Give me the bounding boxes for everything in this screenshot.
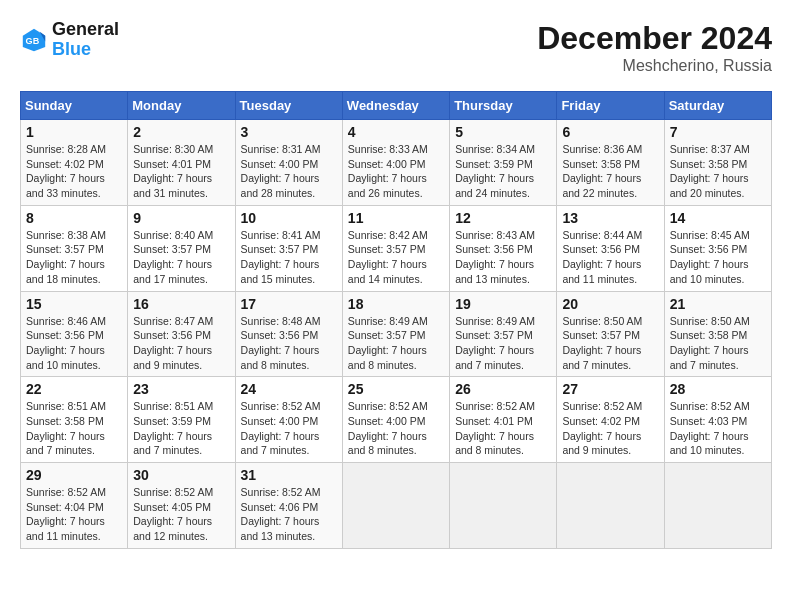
day-number: 24 [241,381,337,397]
day-number: 31 [241,467,337,483]
day-info: Sunrise: 8:49 AMSunset: 3:57 PMDaylight:… [348,315,428,371]
day-info: Sunrise: 8:46 AMSunset: 3:56 PMDaylight:… [26,315,106,371]
day-info: Sunrise: 8:34 AMSunset: 3:59 PMDaylight:… [455,143,535,199]
header-wednesday: Wednesday [342,92,449,120]
day-number: 5 [455,124,551,140]
logo-icon: GB [20,26,48,54]
day-info: Sunrise: 8:43 AMSunset: 3:56 PMDaylight:… [455,229,535,285]
weekday-header-row: Sunday Monday Tuesday Wednesday Thursday… [21,92,772,120]
day-info: Sunrise: 8:52 AMSunset: 4:03 PMDaylight:… [670,400,750,456]
calendar-cell: 8 Sunrise: 8:38 AMSunset: 3:57 PMDayligh… [21,205,128,291]
calendar-cell: 16 Sunrise: 8:47 AMSunset: 3:56 PMDaylig… [128,291,235,377]
day-info: Sunrise: 8:48 AMSunset: 3:56 PMDaylight:… [241,315,321,371]
header-monday: Monday [128,92,235,120]
day-info: Sunrise: 8:50 AMSunset: 3:57 PMDaylight:… [562,315,642,371]
day-info: Sunrise: 8:41 AMSunset: 3:57 PMDaylight:… [241,229,321,285]
day-info: Sunrise: 8:28 AMSunset: 4:02 PMDaylight:… [26,143,106,199]
day-info: Sunrise: 8:52 AMSunset: 4:05 PMDaylight:… [133,486,213,542]
calendar-cell: 27 Sunrise: 8:52 AMSunset: 4:02 PMDaylig… [557,377,664,463]
day-info: Sunrise: 8:52 AMSunset: 4:04 PMDaylight:… [26,486,106,542]
day-number: 22 [26,381,122,397]
day-number: 6 [562,124,658,140]
title-block: December 2024 Meshcherino, Russia [537,20,772,75]
calendar-cell: 26 Sunrise: 8:52 AMSunset: 4:01 PMDaylig… [450,377,557,463]
day-number: 26 [455,381,551,397]
calendar-cell: 5 Sunrise: 8:34 AMSunset: 3:59 PMDayligh… [450,120,557,206]
header-thursday: Thursday [450,92,557,120]
location-subtitle: Meshcherino, Russia [537,57,772,75]
calendar-table: Sunday Monday Tuesday Wednesday Thursday… [20,91,772,549]
day-number: 11 [348,210,444,226]
day-number: 13 [562,210,658,226]
day-info: Sunrise: 8:44 AMSunset: 3:56 PMDaylight:… [562,229,642,285]
calendar-week-row: 1 Sunrise: 8:28 AMSunset: 4:02 PMDayligh… [21,120,772,206]
day-info: Sunrise: 8:51 AMSunset: 3:59 PMDaylight:… [133,400,213,456]
header-friday: Friday [557,92,664,120]
day-info: Sunrise: 8:36 AMSunset: 3:58 PMDaylight:… [562,143,642,199]
day-info: Sunrise: 8:42 AMSunset: 3:57 PMDaylight:… [348,229,428,285]
calendar-cell: 23 Sunrise: 8:51 AMSunset: 3:59 PMDaylig… [128,377,235,463]
page-header: GB General Blue December 2024 Meshcherin… [20,20,772,75]
calendar-cell: 22 Sunrise: 8:51 AMSunset: 3:58 PMDaylig… [21,377,128,463]
day-number: 8 [26,210,122,226]
calendar-cell: 19 Sunrise: 8:49 AMSunset: 3:57 PMDaylig… [450,291,557,377]
logo: GB General Blue [20,20,119,60]
day-number: 16 [133,296,229,312]
calendar-cell: 30 Sunrise: 8:52 AMSunset: 4:05 PMDaylig… [128,463,235,549]
calendar-cell: 21 Sunrise: 8:50 AMSunset: 3:58 PMDaylig… [664,291,771,377]
calendar-cell: 31 Sunrise: 8:52 AMSunset: 4:06 PMDaylig… [235,463,342,549]
day-number: 3 [241,124,337,140]
day-info: Sunrise: 8:30 AMSunset: 4:01 PMDaylight:… [133,143,213,199]
month-title: December 2024 [537,20,772,57]
calendar-cell: 1 Sunrise: 8:28 AMSunset: 4:02 PMDayligh… [21,120,128,206]
calendar-cell: 20 Sunrise: 8:50 AMSunset: 3:57 PMDaylig… [557,291,664,377]
calendar-cell: 28 Sunrise: 8:52 AMSunset: 4:03 PMDaylig… [664,377,771,463]
calendar-week-row: 8 Sunrise: 8:38 AMSunset: 3:57 PMDayligh… [21,205,772,291]
calendar-cell: 10 Sunrise: 8:41 AMSunset: 3:57 PMDaylig… [235,205,342,291]
calendar-cell: 3 Sunrise: 8:31 AMSunset: 4:00 PMDayligh… [235,120,342,206]
header-sunday: Sunday [21,92,128,120]
day-number: 20 [562,296,658,312]
day-number: 29 [26,467,122,483]
calendar-cell [342,463,449,549]
day-info: Sunrise: 8:52 AMSunset: 4:00 PMDaylight:… [241,400,321,456]
calendar-week-row: 22 Sunrise: 8:51 AMSunset: 3:58 PMDaylig… [21,377,772,463]
day-number: 30 [133,467,229,483]
day-info: Sunrise: 8:37 AMSunset: 3:58 PMDaylight:… [670,143,750,199]
day-info: Sunrise: 8:49 AMSunset: 3:57 PMDaylight:… [455,315,535,371]
calendar-cell: 9 Sunrise: 8:40 AMSunset: 3:57 PMDayligh… [128,205,235,291]
calendar-cell: 2 Sunrise: 8:30 AMSunset: 4:01 PMDayligh… [128,120,235,206]
day-number: 23 [133,381,229,397]
day-number: 2 [133,124,229,140]
day-number: 25 [348,381,444,397]
calendar-week-row: 29 Sunrise: 8:52 AMSunset: 4:04 PMDaylig… [21,463,772,549]
day-number: 12 [455,210,551,226]
day-info: Sunrise: 8:52 AMSunset: 4:00 PMDaylight:… [348,400,428,456]
header-saturday: Saturday [664,92,771,120]
calendar-cell [557,463,664,549]
logo-text: General Blue [52,20,119,60]
calendar-cell: 6 Sunrise: 8:36 AMSunset: 3:58 PMDayligh… [557,120,664,206]
day-info: Sunrise: 8:52 AMSunset: 4:01 PMDaylight:… [455,400,535,456]
calendar-cell: 18 Sunrise: 8:49 AMSunset: 3:57 PMDaylig… [342,291,449,377]
day-number: 1 [26,124,122,140]
calendar-cell: 7 Sunrise: 8:37 AMSunset: 3:58 PMDayligh… [664,120,771,206]
day-info: Sunrise: 8:52 AMSunset: 4:02 PMDaylight:… [562,400,642,456]
day-info: Sunrise: 8:51 AMSunset: 3:58 PMDaylight:… [26,400,106,456]
calendar-cell: 24 Sunrise: 8:52 AMSunset: 4:00 PMDaylig… [235,377,342,463]
day-info: Sunrise: 8:50 AMSunset: 3:58 PMDaylight:… [670,315,750,371]
calendar-cell [450,463,557,549]
day-number: 19 [455,296,551,312]
calendar-cell: 15 Sunrise: 8:46 AMSunset: 3:56 PMDaylig… [21,291,128,377]
day-info: Sunrise: 8:52 AMSunset: 4:06 PMDaylight:… [241,486,321,542]
calendar-cell: 13 Sunrise: 8:44 AMSunset: 3:56 PMDaylig… [557,205,664,291]
day-info: Sunrise: 8:45 AMSunset: 3:56 PMDaylight:… [670,229,750,285]
day-info: Sunrise: 8:31 AMSunset: 4:00 PMDaylight:… [241,143,321,199]
day-number: 27 [562,381,658,397]
calendar-cell [664,463,771,549]
day-number: 15 [26,296,122,312]
day-number: 4 [348,124,444,140]
day-number: 10 [241,210,337,226]
day-info: Sunrise: 8:33 AMSunset: 4:00 PMDaylight:… [348,143,428,199]
day-number: 7 [670,124,766,140]
